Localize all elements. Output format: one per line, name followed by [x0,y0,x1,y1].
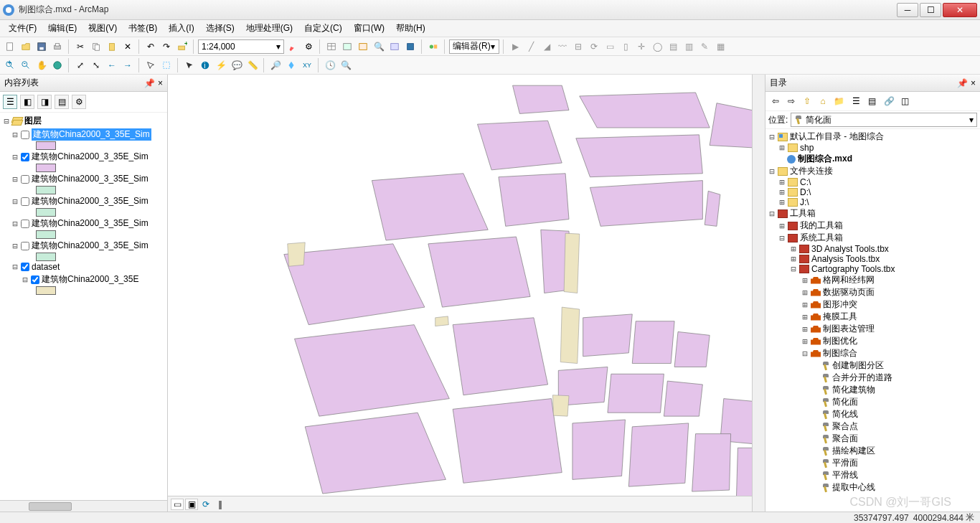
refresh-icon[interactable]: ⟳ [199,499,212,510]
edit-split-icon[interactable]: ⊟ [571,39,585,54]
paste-icon[interactable] [105,39,119,54]
pin-icon[interactable]: 📌 [144,78,155,88]
full-extent-icon[interactable] [50,58,65,72]
open-icon[interactable] [19,39,33,54]
viewer-window-icon[interactable]: 🔍 [339,58,353,72]
layer-checkbox[interactable] [21,197,29,206]
list-by-drawing-icon[interactable]: ☰ [3,95,17,109]
print-icon[interactable] [50,39,65,54]
up-icon[interactable]: ⇧ [800,94,814,108]
layer-checkbox[interactable] [21,220,29,228]
measure-icon[interactable]: 📏 [245,58,260,72]
new-folder-icon[interactable]: 📁 [831,94,846,108]
arcsearch-icon[interactable] [387,39,402,54]
menu-geoprocessing[interactable]: 地理处理(G) [240,21,298,36]
fixed-zoom-out-icon[interactable]: ⤡ [89,58,103,72]
delete-icon[interactable]: ✕ [121,39,135,54]
layer-checkbox[interactable] [21,153,29,161]
forward-icon[interactable]: ⇨ [784,94,798,108]
clear-selection-icon[interactable] [159,58,174,72]
connect-folder-icon[interactable]: 🔗 [882,94,896,108]
prev-extent-icon[interactable]: ← [105,58,119,72]
tree-tool[interactable]: 平滑面 [767,457,979,469]
menu-help[interactable]: 帮助(H) [390,21,431,36]
catalog-tree[interactable]: ⊟默认工作目录 - 地图综合 ⊞shp 制图综合.mxd ⊟文件夹连接 ⊞C:\… [765,129,980,512]
menu-selection[interactable]: 选择(S) [200,21,240,36]
tree-tool[interactable]: 简化面 [767,396,979,408]
tree-item[interactable]: ⊟Cartography Tools.tbx [767,264,979,274]
cut-icon[interactable]: ✂ [73,39,88,54]
tree-tool[interactable]: 聚合面 [767,433,979,445]
editor-toolbar-icon[interactable] [286,39,300,54]
add-data-icon[interactable]: + [175,39,189,54]
pause-draw-icon[interactable]: ‖ [214,499,227,510]
undo-icon[interactable]: ↶ [143,39,158,54]
layout-view-tab[interactable]: ▣ [185,499,198,510]
tree-item[interactable]: 文件夹连接 [790,165,833,177]
new-icon[interactable] [3,39,17,54]
edit-trace2-icon[interactable]: ▯ [618,39,633,54]
edit-vertex-icon[interactable]: ◢ [540,39,554,54]
toc-layer[interactable]: ⊟建筑物China2000_3_35E_Sim [1,128,166,141]
edit-tool-icon[interactable]: ▶ [508,39,522,54]
toc-layer[interactable]: ⊟建筑物China2000_3_35E_Sim [1,217,166,230]
edit-cut-icon[interactable]: ╱ [524,39,538,54]
edit-rotate-icon[interactable]: ⟳ [587,39,601,54]
toc-tree[interactable]: ⊟ 图层 ⊟建筑物China2000_3_35E_Sim⊟建筑物China200… [0,113,167,500]
tree-item[interactable]: 工具箱 [790,207,816,220]
edit-circle-icon[interactable]: ◯ [650,39,664,54]
tree-item[interactable]: ⊞J:\ [767,197,979,207]
menu-edit[interactable]: 编辑(E) [42,21,83,36]
tree-tool[interactable]: 简化建筑物 [767,384,979,396]
toolbox-icon[interactable]: ⚙ [301,39,316,54]
tree-tool[interactable]: 描绘构建区 [767,445,979,457]
menu-view[interactable]: 视图(V) [83,21,123,36]
edit-annot-icon[interactable]: ✎ [697,39,712,54]
list-by-source-icon[interactable]: ◧ [20,95,34,109]
goto-xy-icon[interactable]: XY [300,58,314,72]
home-icon[interactable]: ⌂ [816,94,830,108]
redo-icon[interactable]: ↷ [159,39,174,54]
options-icon[interactable]: ⚙ [72,95,86,109]
python-icon[interactable] [403,39,418,54]
find-route-icon[interactable] [284,58,298,72]
menu-windows[interactable]: 窗口(W) [348,21,390,36]
tree-item[interactable]: 我的工具箱 [800,220,843,232]
toc-dataset-child[interactable]: ⊟ 建筑物China2000_3_35E [1,273,166,286]
tree-item[interactable]: 制图综合.mxd [798,153,852,165]
tree-tool[interactable]: 聚合点 [767,420,979,433]
dataset-child-checkbox[interactable] [31,275,39,284]
zoom-in-icon[interactable]: + [3,58,17,72]
next-extent-icon[interactable]: → [121,58,135,72]
location-combo[interactable]: 简化面 ▾ [791,113,977,127]
toc-layer[interactable]: ⊟建筑物China2000_3_35E_Sim [1,150,166,164]
toc-scrollbar[interactable] [0,500,167,512]
maximize-button[interactable]: ☐ [920,3,941,17]
edit-sketch-icon[interactable]: ▥ [682,39,696,54]
map-canvas[interactable]: ▭ ▣ ⟳ ‖ [168,75,752,512]
layer-checkbox[interactable] [21,242,29,250]
html-popup-icon[interactable]: 💬 [230,58,244,72]
list-by-selection-icon[interactable]: ▤ [55,95,69,109]
edit-more-icon[interactable]: ▦ [713,39,727,54]
tree-item[interactable]: ⊞3D Analyst Tools.tbx [767,244,979,254]
tree-tool[interactable]: 简化线 [767,408,979,420]
modelbuilder-icon[interactable] [426,39,440,54]
edit-trace-icon[interactable]: ▭ [603,39,617,54]
tree-tool[interactable]: 创建制图分区 [767,359,979,372]
table-icon-2[interactable] [340,39,354,54]
toc-layer[interactable]: ⊟建筑物China2000_3_35E_Sim [1,172,166,186]
zoom-out-icon[interactable]: - [19,58,33,72]
tree-item[interactable]: ⊞数据驱动页面 [767,286,979,298]
select-element-icon[interactable] [182,58,197,72]
disconnect-icon[interactable]: ◫ [897,94,912,108]
tree-item[interactable]: shp [800,143,814,153]
tree-item[interactable]: ⊞制图优化 [767,335,979,347]
toggle-tree-icon[interactable]: ▤ [864,94,879,108]
search-icon[interactable]: 🔍 [372,39,386,54]
close-panel-icon[interactable]: × [158,78,163,88]
map-scrollbar-v[interactable] [752,75,765,512]
close-panel-icon[interactable]: × [971,78,976,88]
tree-tool[interactable]: 平滑线 [767,469,979,481]
save-icon[interactable] [34,39,49,54]
